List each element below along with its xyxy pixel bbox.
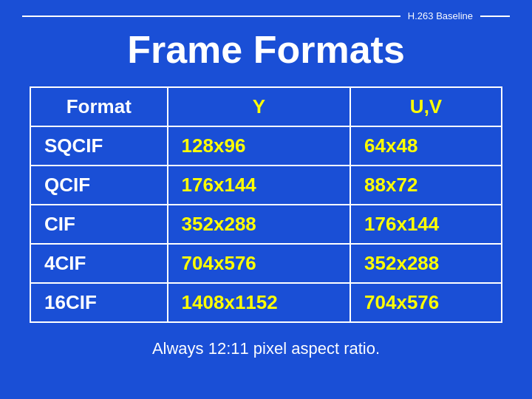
header-bar-right xyxy=(480,16,510,17)
cell-y-2: 352x288 xyxy=(168,205,350,244)
col-header-y: Y xyxy=(168,87,350,126)
table-row: 4CIF704x576352x288 xyxy=(30,244,502,283)
col-header-uv: U,V xyxy=(350,87,502,126)
formats-table: Format Y U,V SQCIF128x9664x48QCIF176x144… xyxy=(30,86,502,323)
table-row: SQCIF128x9664x48 xyxy=(30,126,502,166)
cell-uv-0: 64x48 xyxy=(350,126,502,166)
cell-y-1: 176x144 xyxy=(168,166,350,205)
table-container: Format Y U,V SQCIF128x9664x48QCIF176x144… xyxy=(0,86,532,323)
cell-y-4: 1408x1152 xyxy=(168,283,350,322)
header-bar-left xyxy=(22,16,400,17)
header-label: H.263 Baseline xyxy=(408,10,473,21)
header-line: H.263 Baseline xyxy=(0,0,532,24)
cell-format-3: 4CIF xyxy=(30,244,168,283)
page-title: Frame Formats xyxy=(0,27,532,72)
table-row: 16CIF1408x1152704x576 xyxy=(30,283,502,322)
cell-uv-3: 352x288 xyxy=(350,244,502,283)
cell-uv-2: 176x144 xyxy=(350,205,502,244)
footer-text: Always 12:11 pixel aspect ratio. xyxy=(0,339,532,358)
cell-format-2: CIF xyxy=(30,205,168,244)
cell-uv-1: 88x72 xyxy=(350,166,502,205)
cell-y-0: 128x96 xyxy=(168,126,350,166)
cell-format-0: SQCIF xyxy=(30,126,168,166)
col-header-format: Format xyxy=(30,87,168,126)
table-row: CIF352x288176x144 xyxy=(30,205,502,244)
table-header-row: Format Y U,V xyxy=(30,87,502,126)
table-row: QCIF176x14488x72 xyxy=(30,166,502,205)
cell-uv-4: 704x576 xyxy=(350,283,502,322)
cell-format-1: QCIF xyxy=(30,166,168,205)
cell-y-3: 704x576 xyxy=(168,244,350,283)
cell-format-4: 16CIF xyxy=(30,283,168,322)
